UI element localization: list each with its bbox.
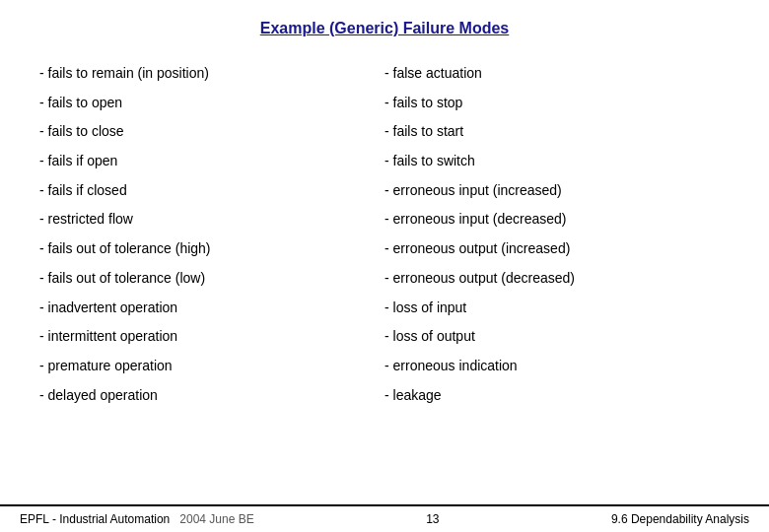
list-item: - loss of input xyxy=(384,294,730,323)
list-item: - fails out of tolerance (low) xyxy=(39,264,384,294)
footer-section: 9.6 Dependability Analysis xyxy=(611,512,749,526)
list-item: - false actuation xyxy=(384,59,730,89)
list-item: - fails out of tolerance (high) xyxy=(39,234,384,264)
footer-year: 2004 June BE xyxy=(179,512,253,526)
list-item: - fails to start xyxy=(384,117,730,147)
list-item: - fails to switch xyxy=(384,147,730,176)
list-item: - premature operation xyxy=(39,352,384,381)
right-column: - false actuation- fails to stop- fails … xyxy=(384,59,730,495)
list-item: - inadvertent operation xyxy=(39,294,384,323)
footer-page: 13 xyxy=(426,512,439,526)
list-item: - fails if closed xyxy=(39,176,384,206)
list-item: - fails to close xyxy=(39,117,384,147)
list-item: - erroneous output (decreased) xyxy=(384,264,730,294)
page: Example (Generic) Failure Modes - fails … xyxy=(0,0,769,532)
list-item: - delayed operation xyxy=(39,381,384,411)
left-column: - fails to remain (in position)- fails t… xyxy=(39,59,384,495)
list-item: - intermittent operation xyxy=(39,322,384,352)
list-item: - erroneous input (increased) xyxy=(384,176,730,206)
list-item: - erroneous input (decreased) xyxy=(384,205,730,234)
list-item: - restricted flow xyxy=(39,205,384,234)
page-title: Example (Generic) Failure Modes xyxy=(39,20,730,37)
list-item: - fails to stop xyxy=(384,89,730,118)
list-item: - fails to open xyxy=(39,89,384,118)
list-item: - loss of output xyxy=(384,322,730,352)
list-item: - fails if open xyxy=(39,147,384,176)
main-content: Example (Generic) Failure Modes - fails … xyxy=(0,0,769,504)
footer: EPFL - Industrial Automation 2004 June B… xyxy=(0,504,769,532)
list-item: - leakage xyxy=(384,381,730,411)
list-item: - fails to remain (in position) xyxy=(39,59,384,89)
footer-left: EPFL - Industrial Automation 2004 June B… xyxy=(20,512,254,526)
footer-institution: EPFL - Industrial Automation xyxy=(20,512,170,526)
list-item: - erroneous indication xyxy=(384,352,730,381)
content-area: - fails to remain (in position)- fails t… xyxy=(39,59,730,495)
list-item: - erroneous output (increased) xyxy=(384,234,730,264)
